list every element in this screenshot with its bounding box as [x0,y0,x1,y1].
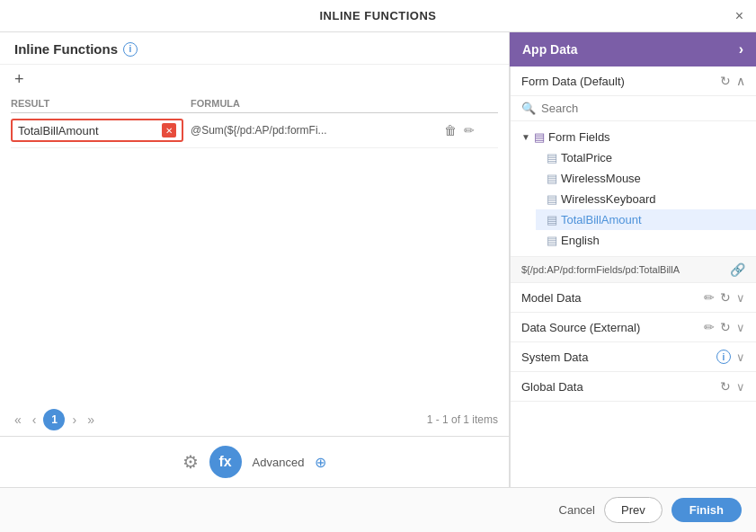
field-label: WirelessKeyboard [561,192,656,206]
right-panel: App Data › Form Data (Default) ↻ ∧ 🔍 [510,32,756,487]
model-data-edit-button[interactable]: ✏ [704,290,715,305]
form-fields-tree: ▼ ▤ Form Fields ▤ TotalPrice ▤ WirelessM… [511,121,756,256]
add-function-button[interactable]: + [0,65,509,94]
panel-title: Inline Functions [14,41,118,57]
list-item[interactable]: ▤ WirelessMouse [536,168,756,189]
model-data-refresh-button[interactable]: ↻ [720,290,731,305]
app-data-header: App Data › [510,32,756,66]
field-label: TotalPrice [561,151,612,164]
field-label-highlighted: TotalBillAmount [561,213,642,226]
fx-button[interactable]: fx [209,446,242,478]
form-data-title: Form Data (Default) [521,75,715,88]
formula-column-header: FORMULA [191,98,444,109]
search-input[interactable] [541,102,745,115]
list-item-highlighted[interactable]: ▤ TotalBillAmount [536,209,756,230]
pagination: « ‹ 1 › » 1 - 1 of 1 items [0,403,509,436]
inline-functions-modal: INLINE FUNCTIONS × Inline Functions i + … [0,0,756,532]
search-icon: 🔍 [521,102,536,115]
left-panel: Inline Functions i + RESULT FORMULA Tota… [0,32,510,487]
prev-button[interactable]: Prev [604,497,663,523]
list-item[interactable]: ▤ English [536,230,756,251]
list-item[interactable]: ▤ TotalPrice [536,147,756,168]
table-header: RESULT FORMULA [11,94,498,113]
data-source-refresh-button[interactable]: ↻ [720,320,731,334]
form-data-section-header: Form Data (Default) ↻ ∧ [511,66,756,96]
table-container: RESULT FORMULA TotalBillAmount ✕ @Sum(${… [0,94,509,403]
settings-button[interactable]: ⚙ [182,451,199,473]
system-data-info-icon: i [716,350,731,364]
system-data-title: System Data [521,350,711,364]
form-fields-children: ▤ TotalPrice ▤ WirelessMouse ▤ WirelessK… [511,147,756,251]
system-data-chevron: ∨ [736,350,745,364]
current-page: 1 [43,409,65,430]
field-icon: ▤ [547,172,557,185]
copy-path-icon[interactable]: 🔗 [730,262,745,277]
result-cell: TotalBillAmount ✕ [11,119,191,142]
advanced-label: Advanced [253,456,305,469]
global-data-section[interactable]: Global Data ↻ ∨ [511,372,756,402]
app-data-body: Form Data (Default) ↻ ∧ 🔍 ▼ ▤ Form Field… [510,66,756,487]
finish-button[interactable]: Finish [672,498,742,522]
modal-footer: Cancel Prev Finish [0,487,756,532]
field-icon: ▤ [547,151,557,164]
advanced-add-button[interactable]: ⊕ [315,454,326,471]
global-data-refresh-button[interactable]: ↻ [720,379,731,394]
form-fields-group[interactable]: ▼ ▤ Form Fields [511,127,756,147]
form-data-refresh-button[interactable]: ↻ [720,74,731,88]
path-bar: ${/pd:AP/pd:formFields/pd:TotalBillA 🔗 [511,256,756,283]
last-page-button[interactable]: » [84,411,98,429]
app-data-title: App Data [522,42,577,57]
path-text: ${/pd:AP/pd:formFields/pd:TotalBillA [521,264,680,275]
field-icon: ▤ [547,234,557,247]
model-data-chevron: ∨ [736,291,745,305]
data-source-title: Data Source (External) [521,321,698,334]
modal-title: INLINE FUNCTIONS [319,9,436,22]
result-input-wrap: TotalBillAmount ✕ [11,119,183,142]
result-column-header: RESULT [11,98,191,109]
expand-arrow: ▼ [521,132,530,142]
system-data-section[interactable]: System Data i ∨ [511,342,756,372]
table-row: TotalBillAmount ✕ @Sum(${/pd:AP/pd:formF… [11,113,498,148]
modal-header: INLINE FUNCTIONS × [0,0,756,32]
formula-cell: @Sum(${/pd:AP/pd:formFi... [191,124,444,137]
field-icon: ▤ [547,192,557,206]
data-source-chevron: ∨ [736,321,745,334]
app-data-expand-icon[interactable]: › [739,41,743,58]
info-icon: i [123,42,138,57]
field-label: WirelessMouse [561,172,641,185]
left-header: Inline Functions i [0,32,509,65]
field-icon: ▤ [547,213,557,226]
form-fields-label: Form Fields [548,130,610,144]
field-label: English [561,234,600,247]
folder-icon: ▤ [534,130,545,144]
list-item[interactable]: ▤ WirelessKeyboard [536,189,756,209]
close-button[interactable]: × [735,9,743,23]
edit-row-button[interactable]: ✏ [464,123,475,137]
global-data-chevron: ∨ [736,380,745,394]
prev-page-button[interactable]: ‹ [29,411,40,429]
result-value: TotalBillAmount [18,124,158,137]
model-data-title: Model Data [521,291,698,305]
bottom-bar: ⚙ fx Advanced ⊕ [0,436,509,487]
modal-body: Inline Functions i + RESULT FORMULA Tota… [0,32,756,487]
form-data-collapse-button[interactable]: ∧ [736,74,745,88]
first-page-button[interactable]: « [11,411,25,429]
clear-result-button[interactable]: ✕ [162,123,176,137]
next-page-button[interactable]: › [68,411,80,429]
data-source-section[interactable]: Data Source (External) ✏ ↻ ∨ [511,313,756,342]
row-actions: 🗑 ✏ [444,123,498,137]
global-data-title: Global Data [521,380,715,394]
search-bar: 🔍 [511,96,756,121]
cancel-button[interactable]: Cancel [559,503,595,517]
delete-row-button[interactable]: 🗑 [444,123,457,137]
pagination-info: 1 - 1 of 1 items [427,413,498,426]
model-data-section[interactable]: Model Data ✏ ↻ ∨ [511,283,756,313]
data-source-edit-button[interactable]: ✏ [704,320,715,334]
